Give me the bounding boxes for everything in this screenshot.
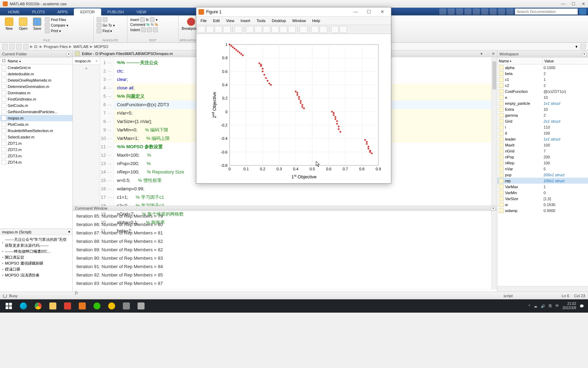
app-button[interactable]: [119, 300, 134, 312]
open-fig-icon[interactable]: [206, 26, 214, 33]
figure-menu-item[interactable]: Tools: [254, 18, 268, 23]
workspace-name-column[interactable]: Name ▴: [497, 57, 543, 64]
workspace-row[interactable]: gamma2: [497, 112, 588, 118]
cmd-scrollbar[interactable]: [491, 211, 497, 289]
search-button[interactable]: [579, 8, 586, 15]
file-item[interactable]: ZDT4.m: [0, 159, 72, 165]
help-icon[interactable]: [506, 8, 513, 15]
zoom-in-icon[interactable]: [246, 26, 254, 33]
file-item[interactable]: CreateGrid.m: [0, 64, 72, 71]
figure-minimize-button[interactable]: —: [349, 8, 362, 16]
workspace-row[interactable]: VarMin0: [497, 190, 588, 196]
ime-lang[interactable]: 英: [548, 304, 552, 308]
workspace-row[interactable]: beta2: [497, 70, 588, 76]
workspace-row[interactable]: Extra10: [497, 106, 588, 112]
workspace-row[interactable]: MaxIt100: [497, 142, 588, 148]
rotate-icon[interactable]: [271, 26, 279, 33]
ime-sub[interactable]: 中: [555, 304, 559, 308]
tab-apps[interactable]: APPS: [51, 8, 74, 15]
brush-icon[interactable]: [288, 26, 296, 33]
hide-tools-icon[interactable]: [331, 26, 339, 33]
save-button[interactable]: Save: [31, 17, 43, 34]
file-item[interactable]: mopso.m: [0, 115, 72, 121]
maximize-button[interactable]: ☐: [572, 1, 575, 6]
file-item[interactable]: ZDT1.m: [0, 140, 72, 146]
file-item[interactable]: FindGridIndex.m: [0, 96, 72, 102]
file-item[interactable]: GetNonDominatedParticles...: [0, 109, 72, 115]
tab-home[interactable]: HOME: [2, 8, 26, 15]
app-button[interactable]: [134, 300, 148, 312]
workspace-row[interactable]: alpha0.1000: [497, 64, 588, 70]
print-fig-icon[interactable]: [223, 26, 231, 33]
find-files-button[interactable]: Find Files: [45, 17, 68, 22]
breadcrumb[interactable]: D:: [34, 45, 38, 49]
new-button[interactable]: New: [3, 17, 15, 34]
file-item[interactable]: SelectLeader.m: [0, 134, 72, 140]
chrome-button[interactable]: [31, 300, 46, 312]
pan-icon[interactable]: [263, 26, 271, 33]
find-button[interactable]: Find ▾: [97, 28, 124, 33]
figure-menu-item[interactable]: View: [223, 18, 237, 23]
folder-up-icon[interactable]: [16, 44, 22, 49]
breadcrumb[interactable]: MATLAB: [73, 45, 88, 49]
figure-menu-item[interactable]: Window: [289, 18, 309, 23]
workspace-value-column[interactable]: Value: [543, 57, 588, 64]
panel-menu-icon[interactable]: ▾: [491, 206, 496, 211]
nav-fwd-icon[interactable]: [9, 44, 15, 49]
file-item[interactable]: PlotCosts.m: [0, 121, 72, 128]
breadcrumb[interactable]: MOPSO: [94, 45, 108, 49]
nav-back-icon[interactable]: [2, 44, 8, 49]
matlab-button[interactable]: [75, 300, 90, 312]
indent-button[interactable]: Indent: [130, 27, 175, 32]
edge-button[interactable]: [16, 300, 31, 312]
file-item[interactable]: GetCosts.m: [0, 102, 72, 109]
pointer-icon[interactable]: [234, 26, 242, 33]
editor-file-tab[interactable]: mopso.m×: [73, 57, 100, 65]
tab-view[interactable]: VIEW: [130, 8, 153, 15]
file-item[interactable]: Dominates.m: [0, 90, 72, 96]
goto-button[interactable]: Go To ▾: [97, 23, 124, 28]
tab-close-icon[interactable]: ×: [96, 59, 98, 63]
new-fig-icon[interactable]: [198, 26, 205, 33]
explorer-button[interactable]: [46, 300, 60, 312]
toolstrip-icon[interactable]: [448, 8, 455, 15]
tab-plots[interactable]: PLOTS: [26, 8, 51, 15]
workspace-row[interactable]: nVar5: [497, 166, 588, 172]
workspace-row[interactable]: rep100x1 struct: [497, 178, 588, 184]
start-button[interactable]: [1, 300, 16, 312]
workspace-row[interactable]: pop200x1 struct: [497, 172, 588, 178]
toolstrip-icon[interactable]: [464, 8, 471, 15]
editor-menu-icon[interactable]: ▾: [481, 52, 483, 56]
workspace-row[interactable]: leader1x1 struct: [497, 136, 588, 142]
file-item[interactable]: DetermineDomination.m: [0, 83, 72, 90]
notifications-icon[interactable]: 💬: [580, 304, 584, 308]
datatip-icon[interactable]: [280, 26, 287, 33]
workspace-row[interactable]: c11: [497, 76, 588, 82]
command-prompt[interactable]: fx: [73, 289, 497, 296]
toolstrip-icon[interactable]: [498, 8, 505, 15]
editor-scrollbar[interactable]: [491, 57, 497, 206]
folder-name-column[interactable]: ☐Name ▴: [0, 57, 72, 64]
workspace-row[interactable]: empty_particle1x1 struct: [497, 100, 588, 106]
figure-maximize-button[interactable]: ☐: [362, 8, 376, 16]
details-header[interactable]: mopso.m (Script)▾: [0, 229, 72, 235]
toolstrip-icon[interactable]: [481, 8, 488, 15]
insert-button[interactable]: Insert fx ▾: [130, 17, 175, 22]
workspace-row[interactable]: nGrid7: [497, 148, 588, 154]
save-fig-icon[interactable]: [215, 26, 222, 33]
workspace-row[interactable]: nPop200: [497, 154, 588, 160]
search-docs-input[interactable]: [515, 8, 578, 15]
file-item[interactable]: ZDT2.m: [0, 146, 72, 153]
tray-chevron-icon[interactable]: ^: [528, 304, 530, 308]
minimize-button[interactable]: —: [561, 1, 565, 6]
workspace-row[interactable]: w0.1830: [497, 202, 588, 207]
workspace-row[interactable]: e10: [497, 94, 588, 100]
clock[interactable]: 21:02 2022/3/9: [562, 302, 576, 310]
figure-menu-item[interactable]: Insert: [238, 18, 253, 23]
system-tray[interactable]: ^ ☁ 🔊 英 中 21:02 2022/3/9 💬: [528, 302, 587, 310]
link-icon[interactable]: [300, 26, 307, 33]
figure-window[interactable]: Figure 1 — ☐ ✕ FileEditViewInsertToolsDe…: [196, 7, 391, 184]
workspace-row[interactable]: c22: [497, 82, 588, 88]
zoom-out-icon[interactable]: [254, 26, 262, 33]
toolstrip-icon[interactable]: [473, 8, 480, 15]
